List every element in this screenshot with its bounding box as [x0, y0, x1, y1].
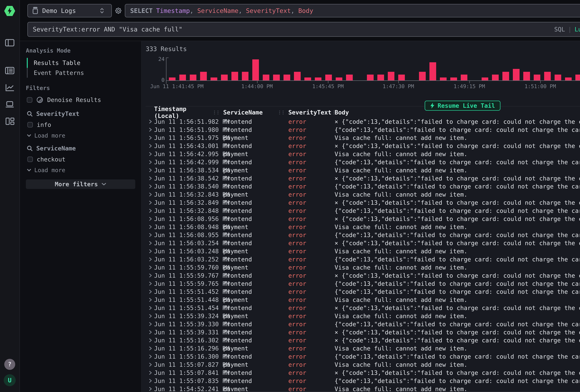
row-expand-chevron-icon[interactable] [148, 298, 154, 302]
log-row[interactable]: Jun 11 1:56:51.980 PM frontend error {"c… [146, 126, 580, 134]
column-header-severitytext[interactable]: SeverityText ⋮⋮ [288, 109, 335, 116]
select-columns-input[interactable]: SELECT Timestamp, ServiceName, SeverityT… [125, 4, 580, 17]
row-expand-chevron-icon[interactable] [148, 371, 154, 375]
language-lucene-option[interactable]: Lucene [575, 26, 580, 33]
log-row[interactable]: Jun 11 1:56:03.254 PM frontend error × {… [146, 239, 580, 247]
log-row[interactable]: Jun 11 1:56:32.843 PM payment error Visa… [146, 190, 580, 199]
row-expand-chevron-icon[interactable] [148, 322, 154, 326]
log-row[interactable]: Jun 11 1:56:03.248 PM payment error Visa… [146, 247, 580, 255]
info-checkbox[interactable] [27, 122, 33, 128]
log-row[interactable]: Jun 11 1:55:07.841 PM frontend error × {… [146, 369, 580, 377]
row-expand-chevron-icon[interactable] [148, 281, 154, 286]
row-expand-chevron-icon[interactable] [148, 354, 154, 359]
row-expand-chevron-icon[interactable] [148, 241, 154, 246]
row-expand-chevron-icon[interactable] [148, 379, 154, 383]
log-row[interactable]: Jun 11 1:56:51.982 PM frontend error × {… [146, 118, 580, 126]
row-expand-chevron-icon[interactable] [148, 217, 154, 221]
app-logo-icon[interactable] [4, 5, 16, 17]
log-row[interactable]: Jun 11 1:56:42.999 PM frontend error {"c… [146, 158, 580, 166]
row-expand-chevron-icon[interactable] [148, 160, 154, 164]
dashboards-icon[interactable] [4, 115, 16, 127]
log-row[interactable]: Jun 11 1:56:32.848 PM frontend error {"c… [146, 207, 580, 215]
denoise-results-toggle[interactable]: Denoise Results [27, 96, 135, 103]
row-expand-chevron-icon[interactable] [148, 192, 154, 197]
log-row[interactable]: Jun 11 1:56:32.849 PM frontend error × {… [146, 199, 580, 207]
log-row[interactable]: Jun 11 1:55:39.324 PM payment error Visa… [146, 312, 580, 320]
log-row[interactable]: Jun 11 1:55:16.300 PM frontend error {"c… [146, 353, 580, 361]
row-expand-chevron-icon[interactable] [148, 233, 154, 237]
log-row[interactable]: Jun 11 1:55:39.331 PM frontend error × {… [146, 328, 580, 336]
checkout-checkbox[interactable] [27, 156, 33, 162]
row-expand-chevron-icon[interactable] [148, 289, 154, 294]
log-row[interactable]: Jun 11 1:55:59.760 PM payment error Visa… [146, 263, 580, 271]
log-row[interactable]: Jun 11 1:55:51.452 PM frontend error {"c… [146, 288, 580, 296]
log-row[interactable]: Jun 11 1:56:08.948 PM payment error Visa… [146, 223, 580, 231]
row-expand-chevron-icon[interactable] [148, 346, 154, 351]
chart-explorer-icon[interactable] [4, 82, 16, 94]
row-expand-chevron-icon[interactable] [148, 338, 154, 343]
row-expand-chevron-icon[interactable] [148, 144, 154, 148]
row-expand-chevron-icon[interactable] [148, 249, 154, 254]
log-row[interactable]: Jun 11 1:55:16.302 PM frontend error × {… [146, 336, 580, 344]
help-button[interactable]: ? [4, 359, 15, 370]
log-row[interactable]: Jun 11 1:56:43.001 PM frontend error × {… [146, 142, 580, 150]
log-row[interactable]: Jun 11 1:55:59.767 PM frontend error × {… [146, 271, 580, 280]
row-expand-chevron-icon[interactable] [148, 314, 154, 318]
row-expand-chevron-icon[interactable] [148, 330, 154, 334]
log-row[interactable]: Jun 11 1:55:51.448 PM payment error Visa… [146, 296, 580, 304]
search-input[interactable]: SeverityText:error AND "Visa cache full"… [27, 22, 580, 37]
log-row[interactable]: Jun 11 1:56:38.542 PM frontend error × {… [146, 174, 580, 182]
servicename-load-more[interactable]: Load more [27, 167, 135, 173]
sessions-icon[interactable] [4, 98, 16, 110]
log-row[interactable]: Jun 11 1:55:59.765 PM frontend error {"c… [146, 280, 580, 288]
mode-event-patterns[interactable]: Event Patterns [27, 68, 135, 78]
row-expand-chevron-icon[interactable] [148, 119, 154, 124]
resume-live-tail-button[interactable]: Resume Live Tail [425, 101, 500, 111]
column-header-servicename[interactable]: ServiceName ⋮⋮ [223, 109, 288, 116]
row-expand-chevron-icon[interactable] [148, 152, 154, 156]
row-expand-chevron-icon[interactable] [148, 225, 154, 229]
horizontal-scrollbar[interactable] [150, 391, 580, 392]
sidebar-toggle-icon[interactable] [4, 37, 16, 49]
results-histogram[interactable]: 24 0 Jun 11 1:41:45 PM1:44:00 PM1:45:45 … [146, 58, 580, 88]
row-expand-chevron-icon[interactable] [148, 128, 154, 132]
language-sql-option[interactable]: SQL [554, 26, 565, 33]
log-row[interactable]: Jun 11 1:55:51.454 PM frontend error × {… [146, 304, 580, 312]
avatar[interactable]: U [4, 374, 16, 386]
log-row[interactable]: Jun 11 1:56:08.956 PM frontend error × {… [146, 215, 580, 223]
column-resize-handle[interactable]: ⋮⋮ [212, 110, 219, 115]
facet-value-info[interactable]: info [27, 121, 135, 128]
search-logs-icon[interactable] [4, 65, 16, 77]
log-row[interactable]: Jun 11 1:55:07.827 PM payment error Visa… [146, 361, 580, 369]
log-row[interactable]: Jun 11 1:54:52.241 PM payment error Visa… [146, 385, 580, 392]
log-row[interactable]: Jun 11 1:56:42.995 PM payment error Visa… [146, 150, 580, 158]
log-row[interactable]: Jun 11 1:56:38.534 PM payment error Visa… [146, 166, 580, 174]
severitytext-load-more[interactable]: Load more [27, 132, 135, 139]
source-select[interactable]: Demo Logs [27, 4, 112, 17]
log-row[interactable]: Jun 11 1:55:16.296 PM payment error Visa… [146, 344, 580, 353]
mode-results-table[interactable]: Results Table [27, 58, 135, 68]
source-settings-button[interactable] [112, 7, 125, 14]
row-expand-chevron-icon[interactable] [148, 209, 154, 213]
row-expand-chevron-icon[interactable] [148, 306, 154, 310]
row-expand-chevron-icon[interactable] [148, 265, 154, 270]
row-expand-chevron-icon[interactable] [148, 387, 154, 391]
row-expand-chevron-icon[interactable] [148, 257, 154, 262]
row-expand-chevron-icon[interactable] [148, 176, 154, 181]
row-expand-chevron-icon[interactable] [148, 184, 154, 189]
log-row[interactable]: Jun 11 1:56:03.252 PM frontend error {"c… [146, 255, 580, 263]
row-expand-chevron-icon[interactable] [148, 273, 154, 278]
row-expand-chevron-icon[interactable] [148, 362, 154, 367]
row-expand-chevron-icon[interactable] [148, 135, 154, 140]
log-row[interactable]: Jun 11 1:56:38.540 PM frontend error {"c… [146, 182, 580, 191]
more-filters-button[interactable]: More filters [26, 179, 135, 189]
column-resize-handle[interactable]: ⋮⋮ [277, 110, 284, 115]
log-row[interactable]: Jun 11 1:56:08.955 PM frontend error {"c… [146, 231, 580, 239]
log-row[interactable]: Jun 11 1:56:51.975 PM payment error Visa… [146, 134, 580, 142]
row-expand-chevron-icon[interactable] [148, 168, 154, 172]
denoise-checkbox[interactable] [27, 97, 32, 103]
facet-value-checkout[interactable]: checkout [27, 156, 135, 163]
row-expand-chevron-icon[interactable] [148, 200, 154, 205]
log-row[interactable]: Jun 11 1:55:39.330 PM frontend error {"c… [146, 320, 580, 328]
log-row[interactable]: Jun 11 1:55:07.835 PM frontend error {"c… [146, 377, 580, 385]
